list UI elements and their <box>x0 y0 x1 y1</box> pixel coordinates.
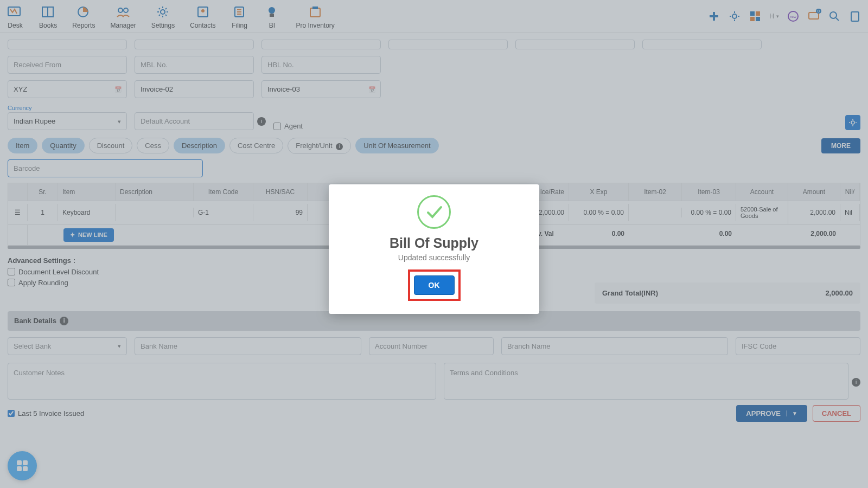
ok-highlight: OK <box>408 269 461 301</box>
modal-overlay: Bill Of Supply Updated successfully OK <box>0 0 868 488</box>
success-check-icon <box>417 195 451 229</box>
modal-message: Updated successfully <box>340 253 528 262</box>
success-modal: Bill Of Supply Updated successfully OK <box>329 184 539 314</box>
ok-button[interactable]: OK <box>414 275 455 295</box>
modal-title: Bill Of Supply <box>340 235 528 251</box>
